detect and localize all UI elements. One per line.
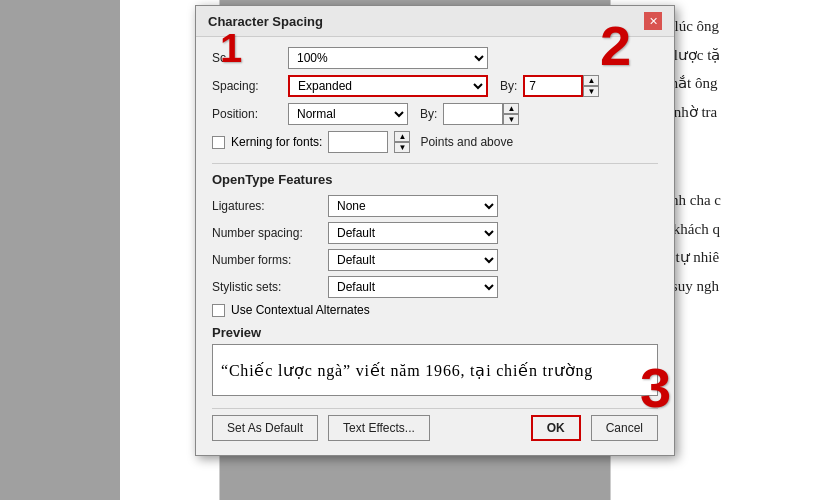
kerning-spinner: ▲ ▼ [394, 131, 410, 153]
kerning-down-btn[interactable]: ▼ [394, 142, 410, 153]
stylistic-sets-select[interactable]: Default [328, 276, 498, 298]
number-forms-label: Number forms: [212, 253, 322, 267]
dialog-close-button[interactable]: ✕ [644, 12, 662, 30]
stylistic-sets-label: Stylistic sets: [212, 280, 322, 294]
preview-label: Preview [212, 325, 658, 340]
kerning-up-btn[interactable]: ▲ [394, 131, 410, 142]
dialog-title-bar: Character Spacing ✕ [196, 6, 674, 37]
spacing-row: Spacing: Expanded Normal Condensed By: ▲… [212, 75, 658, 97]
spacing-down-btn[interactable]: ▼ [583, 86, 599, 97]
cancel-button[interactable]: Cancel [591, 415, 658, 441]
scale-select[interactable]: 100% [288, 47, 488, 69]
opentype-section: OpenType Features Ligatures: None Number… [212, 172, 658, 317]
stylistic-sets-row: Stylistic sets: Default [212, 276, 658, 298]
scale-row: Sc 100% [212, 47, 658, 69]
spacing-label: Spacing: [212, 79, 282, 93]
ligatures-select[interactable]: None [328, 195, 498, 217]
spacing-by-input[interactable] [523, 75, 583, 97]
ligatures-label: Ligatures: [212, 199, 322, 213]
contextual-label: Use Contextual Alternates [231, 303, 370, 317]
number-spacing-select[interactable]: Default [328, 222, 498, 244]
position-down-btn[interactable]: ▼ [503, 114, 519, 125]
number-spacing-label: Number spacing: [212, 226, 322, 240]
text-effects-button[interactable]: Text Effects... [328, 415, 430, 441]
preview-section: Preview “Chiếc lược ngà” viết năm 1966, … [212, 325, 658, 396]
opentype-title: OpenType Features [212, 172, 658, 187]
position-label: Position: [212, 107, 282, 121]
separator-1 [212, 163, 658, 164]
contextual-checkbox[interactable] [212, 304, 225, 317]
kerning-input[interactable] [328, 131, 388, 153]
position-select[interactable]: Normal Raised Lowered [288, 103, 408, 125]
spacing-select[interactable]: Expanded Normal Condensed [288, 75, 488, 97]
points-label: Points and above [420, 135, 513, 149]
kerning-checkbox[interactable] [212, 136, 225, 149]
spacing-up-btn[interactable]: ▲ [583, 75, 599, 86]
spacing-by-label: By: [500, 79, 517, 93]
kerning-label: Kerning for fonts: [231, 135, 322, 149]
number-forms-row: Number forms: Default [212, 249, 658, 271]
preview-text: “Chiếc lược ngà” viết năm 1966, tại chiế… [221, 361, 593, 380]
kerning-row: Kerning for fonts: ▲ ▼ Points and above [212, 131, 658, 153]
dialog-body: Sc 100% Spacing: Expanded Normal Condens… [196, 37, 674, 455]
position-by-label: By: [420, 107, 437, 121]
spacing-spinner: ▲ ▼ [583, 75, 599, 97]
position-by-container: ▲ ▼ [443, 103, 519, 125]
preview-box: “Chiếc lược ngà” viết năm 1966, tại chiế… [212, 344, 658, 396]
position-row: Position: Normal Raised Lowered By: ▲ ▼ [212, 103, 658, 125]
position-by-input[interactable] [443, 103, 503, 125]
character-spacing-dialog: Character Spacing ✕ Sc 100% Spacing: Exp… [195, 5, 675, 456]
spacing-by-container: ▲ ▼ [523, 75, 599, 97]
contextual-row: Use Contextual Alternates [212, 303, 658, 317]
number-spacing-row: Number spacing: Default [212, 222, 658, 244]
dialog-buttons: Set As Default Text Effects... OK Cancel [212, 408, 658, 443]
number-forms-select[interactable]: Default [328, 249, 498, 271]
dialog-overlay: Character Spacing ✕ Sc 100% Spacing: Exp… [0, 0, 840, 500]
scale-label: Sc [212, 51, 282, 65]
ok-button[interactable]: OK [531, 415, 581, 441]
set-default-button[interactable]: Set As Default [212, 415, 318, 441]
position-spinner: ▲ ▼ [503, 103, 519, 125]
position-up-btn[interactable]: ▲ [503, 103, 519, 114]
dialog-title-text: Character Spacing [208, 14, 323, 29]
ligatures-row: Ligatures: None [212, 195, 658, 217]
